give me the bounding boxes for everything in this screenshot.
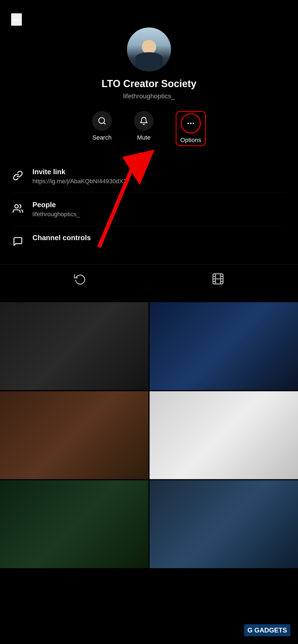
channel-name: LTO Creator Society [102,78,197,90]
invite-link-text: Invite link https://ig.me/j/AbaKQbNI4493… [32,168,128,185]
svg-point-5 [15,205,18,208]
options-icon-circle [181,113,201,133]
grid-cell-3 [0,391,148,479]
svg-point-3 [190,123,191,124]
channel-controls-title: Channel controls [32,234,91,242]
people-subtitle: lifethroughoptics_ [32,211,80,218]
invite-link-title: Invite link [32,168,128,176]
invite-link-item[interactable]: Invite link https://ig.me/j/AbaKQbNI4493… [11,160,287,193]
bell-icon [139,116,148,125]
refresh-tab[interactable] [71,270,89,288]
grid-cell-1 [0,302,148,390]
grid-cell-4 [150,391,298,479]
svg-point-4 [193,123,194,124]
avatar [127,27,171,71]
grid-cell-2 [150,302,298,390]
mute-button[interactable]: Mute [134,111,154,146]
action-row: Search Mute [92,111,206,146]
channel-controls-item[interactable]: Channel controls [11,226,287,256]
refresh-icon [74,273,86,285]
reels-tab[interactable] [209,270,227,288]
channel-handle: lifethroughoptics_ [123,92,175,100]
link-icon [11,169,25,182]
more-icon [186,119,195,128]
watermark: G GADGETS [244,624,290,636]
invite-link-url: https://ig.me/j/AbaKQbNI44930dX3/ [32,178,128,185]
people-text: People lifethroughoptics_ [32,201,80,218]
mute-icon-circle [134,111,154,131]
options-button[interactable]: Options [176,111,206,146]
grid-cell-5 [0,480,148,568]
avatar-image [127,27,171,71]
channel-controls-icon [11,235,25,248]
screen: ← LTO Creator Society lifethroughoptics_… [0,0,298,644]
grid-cell-6 [150,480,298,568]
options-highlight: Options [176,111,206,146]
svg-line-1 [104,123,105,124]
watermark-text: G GADGETS [247,626,287,634]
search-icon [98,116,106,125]
search-icon-circle [92,111,112,131]
bottom-tabs [0,264,298,294]
svg-point-2 [187,123,189,124]
info-list: Invite link https://ig.me/j/AbaKQbNI4493… [0,160,298,256]
profile-section: LTO Creator Society lifethroughoptics_ S… [0,0,298,302]
people-title: People [32,201,80,209]
people-item[interactable]: People lifethroughoptics_ [11,193,287,226]
reels-icon [212,273,224,285]
channel-controls-text: Channel controls [32,234,91,242]
search-button[interactable]: Search [92,111,112,146]
options-label: Options [180,137,201,144]
content-grid [0,302,298,568]
back-button[interactable]: ← [11,13,22,26]
people-icon [11,202,25,215]
search-label: Search [92,134,112,141]
mute-label: Mute [137,134,151,141]
